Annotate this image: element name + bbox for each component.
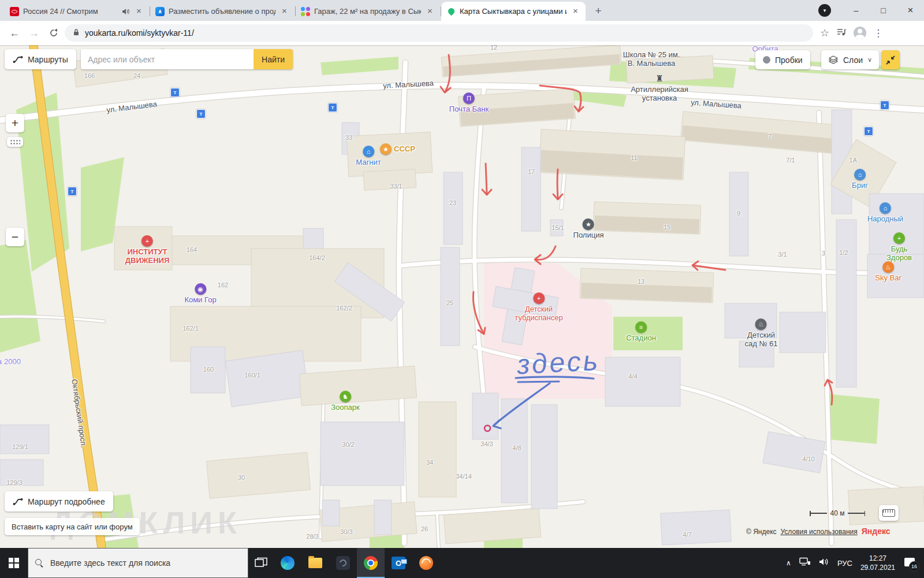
network-icon[interactable] (799, 557, 811, 569)
system-tray: ∧ РУС 12:27 29.07.2021 16 (786, 554, 924, 572)
taskbar-app-orange-app[interactable] (412, 548, 440, 578)
window-controls: ▾ – □ × (818, 0, 924, 21)
tray-chevron-icon[interactable]: ∧ (786, 559, 791, 567)
bus-stop-icon[interactable]: Т (68, 187, 77, 196)
taskbar-search-input[interactable] (49, 558, 225, 568)
poi-artilleriyskaya-ustanovka[interactable]: ♜Артиллерийская установка (631, 73, 688, 102)
embed-map-button[interactable]: Вставить карту на сайт или форум (5, 518, 140, 535)
poi-bud-zdorov[interactable]: +Будь Здоров (886, 232, 912, 262)
layers-button[interactable]: Слои ∨ (821, 50, 879, 69)
browser-tab[interactable]: Россия 24 // Смотрим× (5, 2, 149, 21)
browser-tab[interactable]: Разместить объявление о прод× (150, 2, 295, 21)
taskbar-app-outlook[interactable]: O (385, 548, 412, 578)
close-window-button[interactable]: × (897, 0, 924, 21)
poi-stadion[interactable]: ≡Стадион (626, 321, 656, 343)
ruler-button[interactable] (879, 505, 899, 521)
explorer-icon (308, 558, 322, 568)
profile-chevron-icon[interactable]: ▾ (818, 4, 831, 17)
volume-icon[interactable] (819, 558, 829, 568)
bus-stop-icon[interactable]: Т (328, 103, 337, 112)
collapse-map-button[interactable] (881, 50, 900, 69)
map-search: Найти (81, 49, 293, 69)
map-measure-button[interactable] (7, 137, 23, 147)
poi-detskiy-tubdispanser[interactable]: +Детский тубдиспансер (515, 292, 562, 322)
language-indicator[interactable]: РУС (837, 559, 852, 568)
routes-button-label: Маршруты (28, 55, 68, 64)
poi-brig[interactable]: ⌂Бриг (852, 169, 868, 190)
scale-bar: 40 м (810, 509, 865, 517)
maximize-button[interactable]: □ (870, 0, 897, 21)
magnit-icon: ⌂ (363, 146, 374, 157)
taskbar-app-explorer[interactable] (301, 548, 329, 578)
poi-policiya[interactable]: ★Полиция (573, 218, 604, 240)
poi-pochta-bank[interactable]: ППочта Банк (449, 92, 489, 114)
bus-stop-icon[interactable]: Т (864, 127, 873, 136)
minimize-button[interactable]: – (843, 0, 870, 21)
forward-icon[interactable]: → (25, 24, 43, 42)
taskbar-app-chrome[interactable] (357, 548, 385, 578)
artilleriyskaya-ustanovka-label: Артиллерийская установка (631, 86, 688, 102)
start-button[interactable] (0, 548, 28, 578)
bus-stop-icon[interactable]: Т (880, 101, 889, 110)
traffic-button[interactable]: Пробки (755, 50, 810, 69)
bus-stop-icon[interactable]: Т (170, 88, 180, 97)
poi-zoopark[interactable]: ♞Зоопарк (331, 391, 360, 412)
browser-tab[interactable]: Карта Сыктывкара с улицами и× (441, 2, 586, 21)
back-icon[interactable]: ← (6, 24, 23, 42)
poi-narodnyy[interactable]: ⌂Народный (867, 202, 903, 224)
tab-title: Карта Сыктывкара с улицами и (460, 7, 567, 16)
komi-gor-icon: ◉ (195, 283, 206, 295)
browser-tab[interactable]: Гараж, 22 м² на продажу в Сык× (296, 2, 440, 21)
route-icon (13, 498, 23, 506)
close-tab-icon[interactable]: × (134, 6, 144, 16)
poi-detskiy-sad-61[interactable]: ♘Детский сад № 61 (745, 318, 778, 348)
lock-icon (73, 28, 80, 38)
task-view-button[interactable] (248, 548, 274, 578)
route-icon (13, 55, 23, 64)
media-controls-icon[interactable] (836, 27, 847, 39)
notification-center-button[interactable]: 16 (903, 556, 917, 570)
find-button[interactable]: Найти (254, 49, 293, 69)
poi-institut-dvizheniya[interactable]: +ИНСТИТУТ ДВИЖЕНИЯ (125, 235, 170, 265)
taskbar-search[interactable] (28, 548, 248, 578)
sky-b-icon: ♨ (882, 261, 894, 273)
taskbar-clock[interactable]: 12:27 29.07.2021 (860, 554, 895, 572)
poi-sssr[interactable]: ★СССР (380, 143, 415, 155)
zoom-in-button[interactable]: + (6, 114, 24, 132)
bud-zdorov-label: Будь Здоров (886, 245, 912, 262)
profile-avatar[interactable] (854, 27, 866, 39)
close-tab-icon[interactable]: × (425, 6, 435, 16)
komi-gor-label: Коми Гор (184, 296, 216, 305)
address-bar[interactable]: youkarta.ru/komi/syktyvkar-11/ (65, 24, 813, 42)
zoom-out-button[interactable]: − (6, 228, 24, 246)
new-tab-button[interactable]: + (590, 3, 606, 19)
dark-app-icon (336, 556, 350, 570)
poi-shkola-25[interactable]: Школа № 25 им. В. Малышева (623, 50, 680, 68)
terms-link[interactable]: Условия использования (781, 528, 858, 536)
route-details-button[interactable]: Маршрут подробнее (5, 491, 113, 512)
taskbar-app-dark-app[interactable] (329, 548, 357, 578)
poi-magnit[interactable]: ⌂Магнит (356, 146, 381, 167)
detskiy-sad-61-icon: ♘ (755, 318, 767, 330)
tab-audio-icon[interactable] (122, 8, 130, 15)
poi-sky-b[interactable]: ♨Sky Bar (875, 261, 901, 283)
browser-tabstrip: Россия 24 // Смотрим×Разместить объявлен… (0, 0, 924, 21)
taskbar-app-edge[interactable] (274, 548, 301, 578)
browser-menu-icon[interactable]: ⋮ (873, 27, 883, 39)
pochta-bank-label: Почта Банк (449, 105, 489, 114)
poi-komi-gor[interactable]: ◉Коми Гор (184, 283, 216, 305)
routes-button[interactable]: Маршруты (5, 49, 76, 69)
bus-stop-icon[interactable]: Т (196, 109, 206, 118)
route-details-label: Маршрут подробнее (28, 497, 105, 506)
edge-icon (281, 556, 295, 570)
map-search-input[interactable] (81, 49, 254, 69)
narodnyy-label: Народный (867, 215, 903, 224)
map-canvas[interactable]: ул. Малышеваул. Малышеваул. МалышеваОктя… (0, 45, 924, 548)
close-tab-icon[interactable]: × (280, 6, 289, 16)
bookmark-star-icon[interactable]: ☆ (820, 27, 829, 39)
reload-icon[interactable] (45, 24, 62, 42)
shkola-25-label: Школа № 25 им. В. Малышева (623, 51, 680, 68)
close-tab-icon[interactable]: × (571, 6, 580, 16)
chevron-down-icon: ∨ (867, 56, 872, 64)
browser-toolbar: ← → youkarta.ru/komi/syktyvkar-11/ ☆ ⋮ (0, 21, 924, 45)
